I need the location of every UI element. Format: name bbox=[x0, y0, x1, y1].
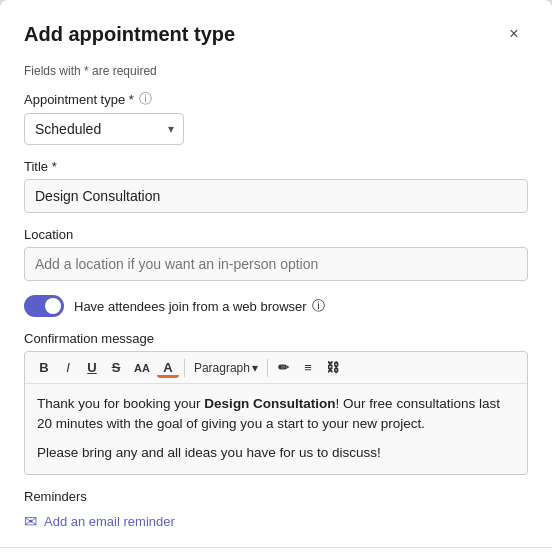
location-input[interactable] bbox=[24, 247, 528, 281]
toggle-track bbox=[24, 295, 64, 317]
dialog-header: Add appointment type × bbox=[0, 0, 552, 60]
font-size-button[interactable]: AA bbox=[129, 359, 155, 377]
title-label: Title * bbox=[24, 159, 528, 174]
italic-button[interactable]: I bbox=[57, 357, 79, 378]
location-label: Location bbox=[24, 227, 528, 242]
link-button[interactable]: ⛓ bbox=[321, 357, 344, 378]
add-email-reminder-button[interactable]: ✉ Add an email reminder bbox=[24, 512, 175, 531]
toolbar-separator-1 bbox=[184, 359, 185, 377]
web-browser-toggle[interactable] bbox=[24, 295, 64, 317]
appointment-type-select[interactable]: Scheduled On-demand bbox=[24, 113, 184, 145]
align-button[interactable]: ≡ bbox=[297, 357, 319, 378]
required-note: Fields with * are required bbox=[24, 64, 528, 78]
location-field: Location bbox=[24, 227, 528, 281]
dialog-body: Fields with * are required Appointment t… bbox=[0, 60, 552, 539]
editor-paragraph-1: Thank you for booking your Design Consul… bbox=[37, 394, 515, 435]
web-browser-toggle-row: Have attendees join from a web browser ⓘ bbox=[24, 295, 528, 317]
bold-consultation: Design Consultation bbox=[204, 396, 335, 411]
confirmation-message-label: Confirmation message bbox=[24, 331, 528, 346]
add-appointment-dialog: Add appointment type × Fields with * are… bbox=[0, 0, 552, 560]
editor-paragraph-2: Please bring any and all ideas you have … bbox=[37, 443, 515, 463]
chevron-down-icon: ▾ bbox=[252, 361, 258, 375]
appointment-type-select-wrapper: Scheduled On-demand ▾ bbox=[24, 113, 184, 145]
dialog-title: Add appointment type bbox=[24, 23, 235, 46]
add-reminder-label: Add an email reminder bbox=[44, 514, 175, 529]
toggle-label: Have attendees join from a web browser ⓘ bbox=[74, 297, 325, 315]
highlight-button[interactable]: ✏ bbox=[273, 357, 295, 378]
dialog-footer: ‹ Back to Settings Save bbox=[0, 547, 552, 560]
editor-toolbar: B I U S AA A Paragraph ▾ bbox=[25, 352, 527, 384]
confirmation-message-field: Confirmation message B I U S AA A Paragr… bbox=[24, 331, 528, 475]
bold-button[interactable]: B bbox=[33, 357, 55, 378]
appointment-type-label: Appointment type * ⓘ bbox=[24, 90, 528, 108]
editor-container: B I U S AA A Paragraph ▾ bbox=[24, 351, 528, 475]
strikethrough-button[interactable]: S bbox=[105, 357, 127, 378]
reminders-section: Reminders ✉ Add an email reminder bbox=[24, 489, 528, 531]
title-input[interactable] bbox=[24, 179, 528, 213]
title-field: Title * bbox=[24, 159, 528, 213]
underline-button[interactable]: U bbox=[81, 357, 103, 378]
toggle-thumb bbox=[45, 298, 61, 314]
appointment-type-info-icon[interactable]: ⓘ bbox=[139, 90, 152, 108]
close-button[interactable]: × bbox=[500, 20, 528, 48]
editor-content[interactable]: Thank you for booking your Design Consul… bbox=[25, 384, 527, 474]
font-color-button[interactable]: A bbox=[157, 357, 179, 378]
reminders-label: Reminders bbox=[24, 489, 528, 504]
toolbar-separator-2 bbox=[267, 359, 268, 377]
mail-icon: ✉ bbox=[24, 512, 37, 531]
paragraph-dropdown[interactable]: Paragraph ▾ bbox=[190, 358, 262, 378]
toggle-info-icon[interactable]: ⓘ bbox=[312, 297, 325, 315]
close-icon: × bbox=[509, 25, 518, 43]
appointment-type-field: Appointment type * ⓘ Scheduled On-demand… bbox=[24, 90, 528, 145]
